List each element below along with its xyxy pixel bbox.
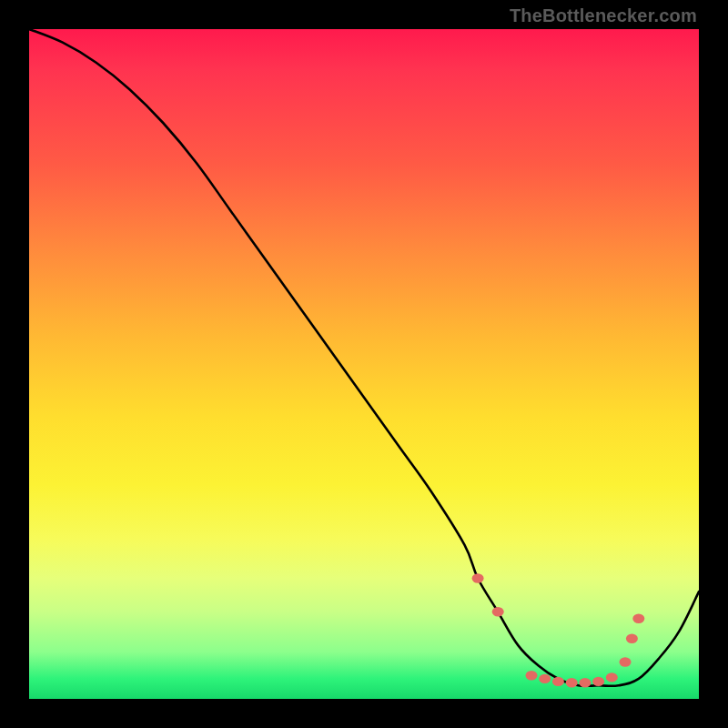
highlight-dot <box>579 678 591 687</box>
highlight-dot <box>539 674 551 683</box>
highlight-dot <box>592 677 604 686</box>
highlight-dot <box>626 634 638 643</box>
highlight-dot <box>606 672 618 682</box>
chart-svg <box>29 29 699 699</box>
highlight-dot <box>552 677 564 686</box>
bottleneck-curve <box>29 29 699 686</box>
highlight-dots-group <box>472 573 645 687</box>
attribution-label: TheBottlenecker.com <box>510 5 697 26</box>
highlight-dot <box>620 657 632 666</box>
chart-frame: TheBottlenecker.com <box>0 0 728 728</box>
plot-area <box>29 29 699 699</box>
highlight-dot <box>526 671 538 680</box>
highlight-dot <box>566 678 578 687</box>
highlight-dot <box>632 614 644 623</box>
highlight-dot <box>472 573 484 582</box>
highlight-dot <box>492 607 504 616</box>
